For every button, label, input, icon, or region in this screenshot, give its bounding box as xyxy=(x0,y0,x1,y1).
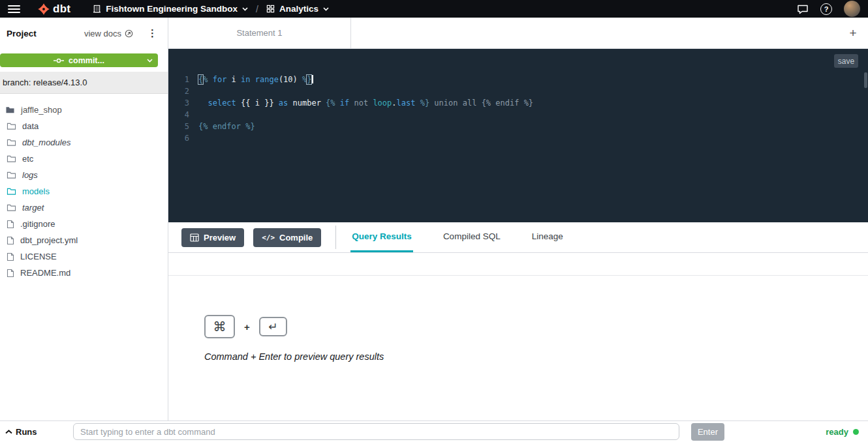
status-indicator: ready xyxy=(826,427,859,437)
code-editor[interactable]: save 1{% for i in range(10) %}23 select … xyxy=(168,49,868,222)
org-switcher[interactable]: Fishtown Engineering Sandbox xyxy=(93,4,248,14)
tree-item-models[interactable]: models xyxy=(0,183,168,199)
file-icon xyxy=(7,236,14,245)
dbt-command-input[interactable] xyxy=(73,423,679,440)
tree-item-dbt_modules[interactable]: dbt_modules xyxy=(0,134,168,151)
results-hint-text: Command + Enter to preview query results xyxy=(204,351,868,362)
line-number: 1 xyxy=(168,74,198,85)
status-dot xyxy=(853,429,859,435)
editor-scrollbar[interactable] xyxy=(864,72,867,88)
tree-item-label: dbt_project.yml xyxy=(20,235,78,245)
tree-item-jaffle_shop[interactable]: jaffle_shop xyxy=(0,102,168,118)
file-icon xyxy=(7,220,14,229)
command-key-icon: ⌘ xyxy=(204,315,235,338)
line-number: 6 xyxy=(168,132,198,144)
tree-item-label: dbt_modules xyxy=(22,138,70,147)
dbt-flame-icon xyxy=(37,3,50,16)
bottom-bar: Runs Enter ready xyxy=(0,420,868,442)
code-text: {% endfor %} xyxy=(198,121,255,132)
runs-label: Runs xyxy=(16,427,37,437)
tab-compiled-sql[interactable]: Compiled SQL xyxy=(442,222,502,252)
code-line-5[interactable]: 5{% endfor %} xyxy=(168,121,861,132)
tree-item-.gitignore[interactable]: .gitignore xyxy=(0,216,168,232)
branch-label: branch: release/4.13.0 xyxy=(0,72,168,94)
view-docs-link[interactable]: view docs xyxy=(84,29,133,38)
new-tab-button[interactable]: + xyxy=(838,18,868,48)
line-number: 4 xyxy=(168,109,198,121)
folder-icon xyxy=(7,187,16,196)
code-line-2[interactable]: 2 xyxy=(168,85,861,97)
runs-toggle[interactable]: Runs xyxy=(5,427,73,437)
code-text: {% for i in range(10) %} xyxy=(198,74,313,85)
tree-item-dbt_project.yml[interactable]: dbt_project.yml xyxy=(0,232,168,248)
text-cursor xyxy=(312,75,313,83)
chevron-down-icon xyxy=(147,59,153,63)
tab-lineage[interactable]: Lineage xyxy=(531,222,565,252)
project-panel-title: Project xyxy=(7,29,37,38)
tab-statement-1[interactable]: Statement 1 xyxy=(168,18,351,48)
chevron-down-icon xyxy=(242,7,248,11)
vertical-divider xyxy=(335,226,336,249)
folder-icon xyxy=(5,106,15,114)
line-number: 5 xyxy=(168,121,198,132)
grid-icon xyxy=(266,5,275,13)
tab-query-results[interactable]: Query Results xyxy=(350,222,413,252)
code-line-3[interactable]: 3 select {{ i }} as number {% if not loo… xyxy=(168,97,861,109)
code-line-1[interactable]: 1{% for i in range(10) %} xyxy=(168,74,861,85)
tree-item-label: LICENSE xyxy=(20,252,57,261)
tree-item-label: etc xyxy=(22,154,33,164)
editor-tab-bar: Statement 1 + xyxy=(168,18,868,49)
code-line-6[interactable]: 6 xyxy=(168,132,861,144)
breadcrumb-separator: / xyxy=(256,4,258,14)
avatar[interactable] xyxy=(844,1,860,17)
tree-item-label: target xyxy=(22,203,44,213)
commit-button[interactable]: commit... xyxy=(0,53,158,67)
folder-icon xyxy=(7,138,16,147)
tree-item-label: data xyxy=(22,121,39,131)
tree-item-README.md[interactable]: README.md xyxy=(0,265,168,281)
tree-item-label: models xyxy=(22,186,50,196)
compile-button-label: Compile xyxy=(279,233,313,243)
table-icon xyxy=(190,233,199,242)
tree-item-target[interactable]: target xyxy=(0,199,168,216)
enter-button[interactable]: Enter xyxy=(691,423,724,441)
preview-button[interactable]: Preview xyxy=(181,228,244,247)
tree-item-data[interactable]: data xyxy=(0,118,168,134)
help-icon[interactable]: ? xyxy=(820,3,832,15)
preview-button-label: Preview xyxy=(204,233,236,243)
results-panel: ⌘ + ↵ Command + Enter to preview query r… xyxy=(168,276,868,420)
view-docs-icon xyxy=(125,29,133,38)
tree-item-logs[interactable]: logs xyxy=(0,167,168,183)
folder-icon xyxy=(7,171,16,179)
code-lines: 1{% for i in range(10) %}23 select {{ i … xyxy=(168,74,861,144)
results-subheader xyxy=(168,253,868,276)
line-number: 2 xyxy=(168,85,198,97)
kebab-menu-icon[interactable]: ⋮ xyxy=(144,27,161,39)
tree-item-etc[interactable]: etc xyxy=(0,151,168,167)
tree-item-label: .gitignore xyxy=(20,219,55,229)
file-tree: jaffle_shopdatadbt_modulesetclogsmodelst… xyxy=(0,102,168,281)
project-name: Analytics xyxy=(279,4,318,14)
file-icon xyxy=(7,269,14,278)
git-commit-icon xyxy=(54,57,64,64)
hamburger-menu-icon[interactable] xyxy=(8,5,20,13)
enter-key-icon: ↵ xyxy=(259,317,287,336)
org-name: Fishtown Engineering Sandbox xyxy=(106,4,238,14)
compile-button[interactable]: </> Compile xyxy=(253,228,321,247)
save-button[interactable]: save xyxy=(834,54,858,68)
tree-item-LICENSE[interactable]: LICENSE xyxy=(0,248,168,265)
chevron-down-icon xyxy=(323,7,329,11)
line-number: 3 xyxy=(168,97,198,109)
project-switcher[interactable]: Analytics xyxy=(266,4,329,14)
dbt-logo[interactable]: dbt xyxy=(37,3,70,16)
code-text: select {{ i }} as number {% if not loop.… xyxy=(198,97,533,109)
folder-icon xyxy=(7,155,16,163)
plus-sign: + xyxy=(244,321,250,332)
chat-icon[interactable] xyxy=(797,4,809,14)
actions-bar: Preview </> Compile Query ResultsCompile… xyxy=(168,222,868,253)
sidebar: Project view docs ⋮ commit... branch: re… xyxy=(0,18,168,420)
status-label: ready xyxy=(826,427,848,437)
file-icon xyxy=(7,252,14,261)
result-tabs: Query ResultsCompiled SQLLineage xyxy=(350,222,593,252)
code-line-4[interactable]: 4 xyxy=(168,109,861,121)
